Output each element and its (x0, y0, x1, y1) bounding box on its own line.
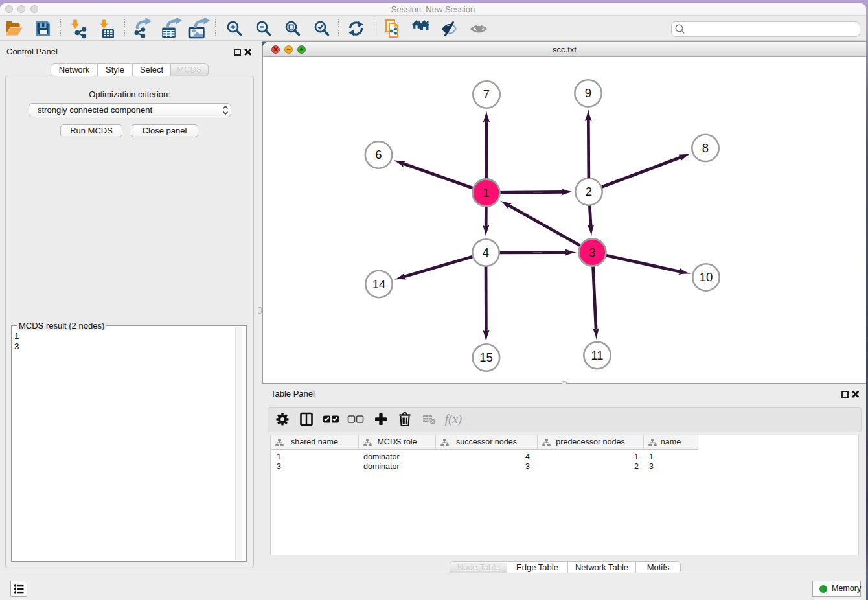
svg-text:11: 11 (591, 349, 603, 362)
svg-text:9: 9 (585, 86, 591, 100)
svg-text:f(x): f(x) (445, 412, 462, 426)
svg-text:10: 10 (700, 270, 713, 284)
svg-text:8: 8 (702, 141, 709, 155)
svg-text:6: 6 (375, 148, 382, 161)
svg-text:1: 1 (483, 186, 489, 200)
svg-text:3: 3 (589, 246, 595, 259)
svg-text:14: 14 (372, 277, 386, 291)
svg-text:7: 7 (483, 87, 490, 101)
svg-text:2: 2 (586, 185, 592, 198)
svg-text:15: 15 (479, 351, 493, 364)
svg-text:4: 4 (483, 246, 489, 259)
